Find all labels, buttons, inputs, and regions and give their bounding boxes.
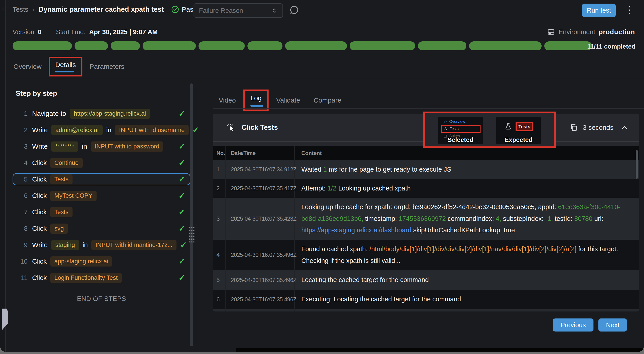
step-row[interactable]: 8Clicksvg✓ xyxy=(12,222,190,235)
log-row-content-cell: Attempt: 1/2 Looking up cached xpath xyxy=(294,179,639,198)
step-number: 10 xyxy=(18,258,28,265)
check-icon: ✓ xyxy=(178,273,185,282)
step-number: 6 xyxy=(18,192,28,200)
log-row-text: Locating the cached target for the comma… xyxy=(301,274,429,286)
step-action: Click xyxy=(32,208,47,216)
selected-thumbnail[interactable]: OverviewTestsSuites Selected xyxy=(438,117,483,144)
log-row-content-cell: Locating the cached target for the comma… xyxy=(294,270,639,290)
progress-segment xyxy=(285,41,347,50)
previous-button[interactable]: Previous xyxy=(553,318,594,331)
step-row[interactable]: 11ClickLogin Functionality Test✓ xyxy=(12,272,190,284)
log-text-plain: Found a cached xpath: xyxy=(301,245,370,253)
tab-parameters[interactable]: Parameters xyxy=(84,59,130,74)
step-chip: https://app-staging.relicx.ai xyxy=(70,109,150,119)
check-icon: ✓ xyxy=(178,158,185,167)
run-test-button[interactable]: Run test xyxy=(582,4,616,17)
log-row: 62025-04-30T16:07:35.496ZExecuting: Loca… xyxy=(213,290,639,309)
tab-details[interactable]: Details xyxy=(55,61,76,68)
expected-thumbnail-content: Tests xyxy=(496,117,541,136)
panel-scrollbar[interactable] xyxy=(190,83,193,346)
log-row-text: Looking up the cache for xpath: orgId: b… xyxy=(301,201,629,236)
step-row[interactable]: 5ClickTests✓ xyxy=(12,173,190,185)
expected-label: Expected xyxy=(496,136,541,143)
progress-bar xyxy=(12,41,592,50)
step-row[interactable]: 1Navigate tohttps://app-staging.relicx.a… xyxy=(12,107,190,120)
flask-icon xyxy=(444,127,448,131)
step-row[interactable]: 3Write********inINPUT with id password✓ xyxy=(12,140,190,152)
progress-segment xyxy=(248,41,283,50)
tab-compare[interactable]: Compare xyxy=(308,92,347,108)
steps-title: Step by step xyxy=(16,90,190,98)
log-row-number: 1 xyxy=(213,160,226,179)
progress-completed-label: 11/11 completed xyxy=(587,43,636,50)
next-button[interactable]: Next xyxy=(598,318,627,331)
step-chip: INPUT with id password xyxy=(91,141,164,151)
select-chevrons-icon xyxy=(271,7,278,14)
log-row-content-cell: Looking up the cache for xpath: orgId: b… xyxy=(294,198,639,240)
log-row-number: 3 xyxy=(213,198,226,240)
step-chip: Tests xyxy=(50,174,72,185)
log-row-content-cell: Found the object for xpath: /html/body/d… xyxy=(294,309,639,311)
environment-drive-icon xyxy=(547,28,555,36)
step-row[interactable]: 4ClickContinue✓ xyxy=(12,157,190,169)
tab-log[interactable]: Log xyxy=(250,94,262,102)
step-action: Click xyxy=(32,175,47,183)
panel-resize-handle[interactable] xyxy=(188,225,194,242)
log-text-plain: substepIndex: xyxy=(501,215,546,222)
collapse-chevron-icon[interactable] xyxy=(618,124,628,131)
check-icon: ✓ xyxy=(192,125,199,135)
tab-video[interactable]: Video xyxy=(213,92,242,108)
kebab-menu-icon[interactable]: ⋮ xyxy=(625,3,634,17)
step-number: 2 xyxy=(18,126,28,134)
step-row[interactable]: 2Writeadmin@relicx.aiinINPUT with id use… xyxy=(12,124,190,136)
step-row[interactable]: 6ClickMyTest COPY✓ xyxy=(12,190,190,202)
environment-value: production xyxy=(599,28,635,36)
log-row-time: 2025-04-30T16:07:35.753Z xyxy=(226,309,294,311)
progress-segment xyxy=(350,41,415,50)
expected-thumbnail[interactable]: Tests Expected xyxy=(496,117,541,144)
step-row[interactable]: 7ClickTests✓ xyxy=(12,206,190,218)
log-row: 72025-04-30T16:07:35.753ZFound the objec… xyxy=(213,309,639,311)
thumb-menu-label: Tests xyxy=(450,127,459,131)
tabs-divider xyxy=(6,78,644,78)
log-row-content-cell: Executing: Locating the cached target fo… xyxy=(294,290,639,309)
copy-icon[interactable] xyxy=(570,123,578,132)
tab-validate[interactable]: Validate xyxy=(270,92,306,108)
tab-overview[interactable]: Overview xyxy=(8,59,48,74)
breadcrumb-separator: › xyxy=(32,6,34,13)
comment-icon[interactable] xyxy=(289,5,299,15)
log-text-plain: Looking up the cache for xpath: orgId: b… xyxy=(301,203,558,211)
step-chip: Login Functionality Test xyxy=(50,273,122,283)
selected-thumbnail-menu: OverviewTestsSuites xyxy=(438,117,483,139)
step-action: Write xyxy=(32,126,48,134)
failure-reason-select[interactable]: Failure Reason xyxy=(194,3,283,18)
step-chip: ******** xyxy=(51,141,78,151)
step-connector: in xyxy=(82,143,87,150)
col-datetime: Date/Time xyxy=(226,146,294,160)
breadcrumb-tests-link[interactable]: Tests xyxy=(12,6,28,13)
log-text-plain: Executing: Locating the cached target fo… xyxy=(301,295,461,303)
log-text-link[interactable]: https://app-staging.relicx.ai/dashboard xyxy=(301,227,411,234)
thumb-menu-label: Overview xyxy=(449,119,465,124)
log-text-green: 1 xyxy=(323,166,327,173)
step-action: Write xyxy=(32,143,48,150)
meta-row: Version 0 Start time: Apr 30, 2025 | 9:0… xyxy=(12,28,635,36)
step-number: 4 xyxy=(18,159,28,167)
log-table: No. Date/Time Content 12025-04-30T16:07:… xyxy=(213,146,639,311)
progress-segment xyxy=(12,41,72,50)
log-row-text: Attempt: 1/2 Looking up cached xpath xyxy=(301,183,411,194)
log-text-plain: commandIndex: xyxy=(446,215,496,222)
log-text-green: 4, xyxy=(496,215,501,222)
main-tabs: Overview Details Parameters xyxy=(8,57,130,76)
step-chip: Continue xyxy=(50,158,83,168)
steps-list: 1Navigate tohttps://app-staging.relicx.a… xyxy=(12,107,190,284)
step-row[interactable]: 10Clickapp-staging.relicx.ai✓ xyxy=(12,255,190,267)
step-row[interactable]: 9WritestaginginINPUT with id mantine-17z… xyxy=(12,239,190,251)
log-text-green: -1, xyxy=(546,215,553,222)
log-scrollbar-thumb[interactable] xyxy=(636,150,638,179)
start-time-value: Apr 30, 2025 | 9:07 AM xyxy=(89,28,158,36)
check-icon: ✓ xyxy=(178,224,185,233)
log-row-time: 2025-04-30T16:07:35.496Z xyxy=(226,290,294,309)
log-row-text: Found a cached xpath: /html/body/div[1]/… xyxy=(301,243,629,267)
end-of-steps-label: END OF STEPS xyxy=(12,295,190,302)
